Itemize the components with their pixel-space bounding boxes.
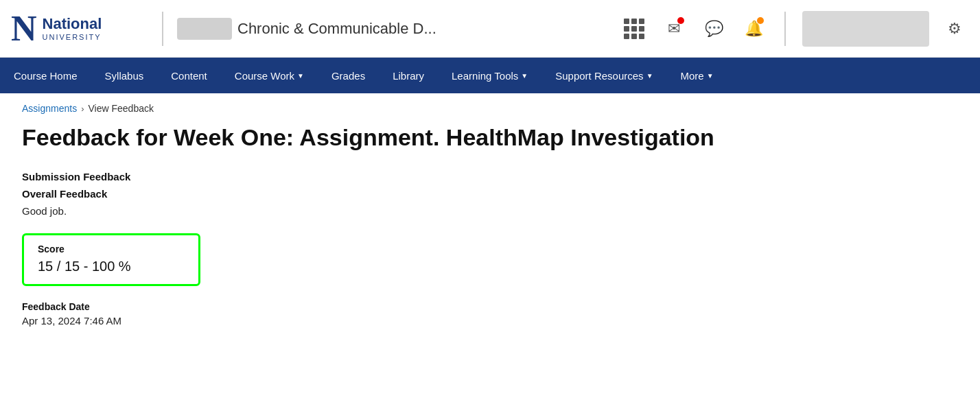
course-title-area: Chronic & Communicable D... bbox=[177, 18, 611, 40]
header-icons: ✉ 💬 🔔 ⚙ bbox=[620, 11, 969, 47]
logo-university: UNIVERSITY bbox=[43, 33, 102, 41]
logo-area: N National UNIVERSITY bbox=[11, 11, 148, 47]
breadcrumb-current: View Feedback bbox=[89, 103, 154, 114]
nav-item-content[interactable]: Content bbox=[157, 58, 221, 93]
grid-menu-button[interactable] bbox=[620, 14, 649, 43]
feedback-date-label: Feedback Date bbox=[22, 301, 958, 312]
submission-feedback-label: Submission Feedback bbox=[22, 171, 958, 182]
nav-item-syllabus[interactable]: Syllabus bbox=[91, 58, 158, 93]
nav-item-support-resources[interactable]: Support Resources ▼ bbox=[541, 58, 666, 93]
chevron-down-icon: ▼ bbox=[707, 72, 714, 80]
header: N National UNIVERSITY Chronic & Communic… bbox=[0, 0, 980, 58]
main-nav: Course Home Syllabus Content Course Work… bbox=[0, 58, 980, 93]
header-divider-2 bbox=[784, 12, 786, 46]
grid-icon bbox=[624, 19, 644, 39]
overall-feedback-label: Overall Feedback bbox=[22, 188, 958, 200]
gear-icon: ⚙ bbox=[948, 20, 961, 38]
logo-text: National UNIVERSITY bbox=[43, 16, 102, 40]
course-code-pill bbox=[177, 18, 232, 40]
overall-feedback-text: Good job. bbox=[22, 205, 958, 217]
breadcrumb-assignments-link[interactable]: Assignments bbox=[22, 103, 77, 114]
chevron-down-icon: ▼ bbox=[521, 72, 528, 80]
notifications-button[interactable]: 🔔 bbox=[739, 14, 768, 43]
nav-item-course-home[interactable]: Course Home bbox=[0, 58, 91, 93]
chevron-down-icon: ▼ bbox=[646, 72, 653, 80]
chat-icon: 💬 bbox=[705, 20, 723, 38]
breadcrumb: Assignments › View Feedback bbox=[0, 93, 980, 118]
notification-badge bbox=[757, 17, 764, 24]
chevron-down-icon: ▼ bbox=[297, 72, 304, 80]
user-avatar[interactable] bbox=[802, 11, 929, 47]
nav-item-library[interactable]: Library bbox=[379, 58, 438, 93]
nav-item-learning-tools[interactable]: Learning Tools ▼ bbox=[438, 58, 541, 93]
nav-item-course-work[interactable]: Course Work ▼ bbox=[221, 58, 318, 93]
score-label: Score bbox=[38, 244, 185, 255]
nav-item-grades[interactable]: Grades bbox=[318, 58, 379, 93]
course-title: Chronic & Communicable D... bbox=[237, 20, 436, 38]
mail-badge bbox=[677, 17, 684, 24]
header-divider bbox=[162, 12, 163, 46]
settings-button[interactable]: ⚙ bbox=[940, 14, 969, 43]
logo-national: National bbox=[43, 16, 102, 32]
logo-letter: N bbox=[11, 11, 37, 47]
mail-button[interactable]: ✉ bbox=[660, 14, 688, 43]
nav-item-more[interactable]: More ▼ bbox=[667, 58, 727, 93]
page-title: Feedback for Week One: Assignment. Healt… bbox=[22, 123, 958, 152]
feedback-date-value: Apr 13, 2024 7:46 AM bbox=[22, 315, 958, 327]
score-value: 15 / 15 - 100 % bbox=[38, 259, 185, 274]
score-box: Score 15 / 15 - 100 % bbox=[22, 233, 200, 286]
breadcrumb-separator: › bbox=[81, 104, 84, 114]
chat-button[interactable]: 💬 bbox=[699, 14, 728, 43]
main-content: Feedback for Week One: Assignment. Healt… bbox=[0, 118, 980, 349]
